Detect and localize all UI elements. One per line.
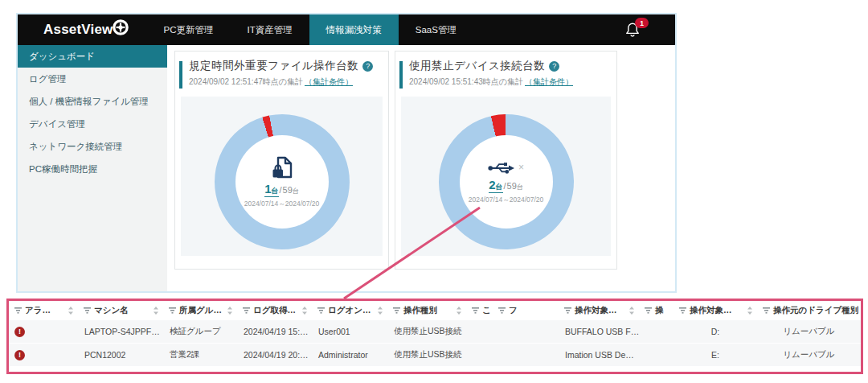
column-header-operation-target-2[interactable]: 操作対象… bbox=[674, 305, 757, 316]
cell-drive-letter: D: bbox=[674, 327, 757, 336]
sidebar-item-log[interactable]: ログ管理 bbox=[18, 68, 167, 90]
sidebar-item-device[interactable]: デバイス管理 bbox=[18, 113, 167, 135]
app-logo-text: AssetView bbox=[43, 22, 113, 38]
aggregation-period: 2024/07/14～2024/07/20 bbox=[469, 196, 544, 205]
filter-icon bbox=[564, 307, 571, 314]
donut-center: 1台 / 59台 2024/07/14～2024/07/20 bbox=[235, 135, 329, 229]
filter-icon bbox=[169, 307, 176, 314]
table-row[interactable]: ! PCN12002 営業2課 2024/04/19 20:… Administ… bbox=[9, 344, 861, 366]
column-header-log-date[interactable]: ログ取得… bbox=[237, 305, 312, 316]
column-header-operation-target-1[interactable]: 操作対象… bbox=[559, 305, 639, 316]
card-title: 使用禁止デバイス接続台数 bbox=[409, 59, 545, 73]
filter-icon bbox=[472, 307, 479, 314]
filter-icon bbox=[763, 307, 770, 314]
column-header-operation-type[interactable]: 操作種別 bbox=[387, 305, 466, 316]
help-icon[interactable]: ? bbox=[549, 61, 559, 72]
cell-target-device: BUFFALO USB F… bbox=[559, 327, 639, 336]
aggregation-period: 2024/07/14～2024/07/20 bbox=[244, 200, 320, 209]
sort-icon bbox=[301, 307, 308, 315]
column-header-alert[interactable]: アラ… bbox=[9, 305, 78, 316]
sidebar-item-network[interactable]: ネットワーク接続管理 bbox=[18, 135, 167, 158]
cell-operation-type: 使用禁止USB接続 bbox=[387, 326, 466, 337]
card-accent-bar bbox=[399, 61, 403, 89]
sort-icon bbox=[747, 307, 753, 315]
table-header-row: アラ… マシン名 所属グル… ログ取得… ログオン… bbox=[9, 301, 861, 320]
alert-icon: ! bbox=[14, 327, 25, 337]
cell-machine-name: PCN12002 bbox=[78, 350, 163, 360]
card-file-operations: 規定時間外重要ファイル操作台数 ? 2024/09/02 12:51:47時点の… bbox=[174, 51, 389, 270]
filter-icon bbox=[84, 307, 91, 314]
column-header-drive-type[interactable]: 操作元のドライブ種別 bbox=[757, 305, 861, 316]
cell-target-device: Imation USB De… bbox=[559, 350, 639, 360]
filter-icon bbox=[317, 307, 325, 314]
logo-target-icon bbox=[112, 19, 129, 36]
sort-icon bbox=[628, 307, 635, 315]
card-title: 規定時間外重要ファイル操作台数 bbox=[189, 59, 358, 73]
sort-icon bbox=[68, 307, 74, 315]
donut-center: × 2台 / 59台 2024/07/14～2024/07/20 bbox=[460, 135, 553, 229]
close-icon: × bbox=[518, 163, 524, 172]
sort-icon bbox=[377, 307, 383, 315]
count-link[interactable]: 1台 bbox=[264, 182, 278, 197]
count-link[interactable]: 2台 bbox=[489, 178, 502, 193]
card-accent-bar bbox=[179, 61, 182, 89]
alert-icon: ! bbox=[14, 350, 25, 360]
column-header-narrow-3[interactable]: 操 bbox=[639, 305, 674, 316]
tab-saas[interactable]: SaaS管理 bbox=[399, 14, 473, 45]
cell-drive-type: リムーバブル bbox=[757, 349, 861, 360]
chart-area: 1台 / 59台 2024/07/14～2024/07/20 bbox=[181, 97, 383, 256]
chart-area: × 2台 / 59台 2024/07/14～2024/07/20 bbox=[401, 97, 611, 256]
card-banned-devices: 使用禁止デバイス接続台数 ? 2024/09/02 15:51:43時点の集計（… bbox=[395, 51, 617, 270]
top-nav: AssetView PC更新管理 IT資産管理 情報漏洩対策 SaaS管理 bbox=[18, 14, 675, 45]
sidebar-item-personal-files[interactable]: 個人 / 機密情報ファイル管理 bbox=[18, 90, 167, 113]
sidebar-item-pc-uptime[interactable]: PC稼働時間把握 bbox=[18, 158, 167, 180]
usb-icon bbox=[488, 159, 515, 175]
tab-info-leak[interactable]: 情報漏洩対策 bbox=[309, 14, 399, 45]
help-icon[interactable]: ? bbox=[362, 61, 373, 72]
aggregation-condition-link[interactable]: （集計条件） bbox=[525, 77, 573, 86]
alert-table: アラ… マシン名 所属グル… ログ取得… ログオン… bbox=[6, 299, 863, 374]
tab-pc-update[interactable]: PC更新管理 bbox=[147, 14, 231, 45]
cell-drive-letter: E: bbox=[674, 350, 757, 360]
app-window: AssetView PC更新管理 IT資産管理 情報漏洩対策 SaaS管理 bbox=[16, 13, 677, 293]
filter-icon bbox=[393, 307, 400, 314]
notification-bell[interactable]: 1 bbox=[625, 22, 643, 39]
filter-icon bbox=[243, 307, 250, 314]
cell-log-date: 2024/04/19 15:… bbox=[237, 327, 312, 336]
cell-group: 営業2課 bbox=[163, 349, 237, 360]
table-row[interactable]: ! LAPTOP-S4JPPF… 検証グループ 2024/04/19 15:… … bbox=[9, 320, 861, 343]
column-header-group[interactable]: 所属グル… bbox=[163, 305, 237, 316]
page: AssetView PC更新管理 IT資産管理 情報漏洩対策 SaaS管理 bbox=[0, 0, 868, 383]
cell-group: 検証グループ bbox=[163, 326, 237, 337]
tab-it-asset[interactable]: IT資産管理 bbox=[231, 14, 309, 45]
column-header-machine[interactable]: マシン名 bbox=[78, 305, 163, 316]
column-header-narrow-2[interactable]: フ bbox=[493, 305, 559, 316]
cell-operation-type: 使用禁止USB接続 bbox=[387, 349, 466, 360]
card-timestamp: 2024/09/02 15:51:43時点の集計（集計条件） bbox=[409, 76, 573, 88]
cell-logon-user: User001 bbox=[312, 327, 387, 336]
cell-logon-user: Administrator bbox=[312, 350, 387, 360]
locked-file-icon bbox=[271, 155, 293, 179]
sort-icon bbox=[227, 307, 233, 315]
cell-log-date: 2024/04/19 20:… bbox=[237, 350, 312, 360]
cell-machine-name: LAPTOP-S4JPPF… bbox=[78, 327, 163, 336]
column-header-logon[interactable]: ログオン… bbox=[312, 305, 387, 316]
sort-icon bbox=[456, 307, 462, 315]
card-timestamp: 2024/09/02 12:51:47時点の集計（集計条件） bbox=[189, 76, 353, 88]
aggregation-condition-link[interactable]: （集計条件） bbox=[305, 77, 353, 86]
notification-badge: 1 bbox=[635, 18, 649, 28]
filter-icon bbox=[14, 307, 22, 314]
cell-drive-type: リムーバブル bbox=[757, 326, 861, 337]
nav-tabs: PC更新管理 IT資産管理 情報漏洩対策 SaaS管理 bbox=[147, 14, 473, 45]
sidebar-item-dashboard[interactable]: ダッシュボード bbox=[18, 45, 167, 68]
sidebar: ダッシュボード ログ管理 個人 / 機密情報ファイル管理 デバイス管理 ネットワ… bbox=[18, 45, 167, 291]
filter-icon bbox=[679, 307, 686, 314]
sort-icon bbox=[153, 307, 159, 315]
column-header-narrow-1[interactable]: こ bbox=[466, 305, 493, 316]
filter-icon bbox=[645, 307, 652, 314]
filter-icon bbox=[498, 307, 506, 314]
app-logo: AssetView bbox=[43, 22, 129, 38]
